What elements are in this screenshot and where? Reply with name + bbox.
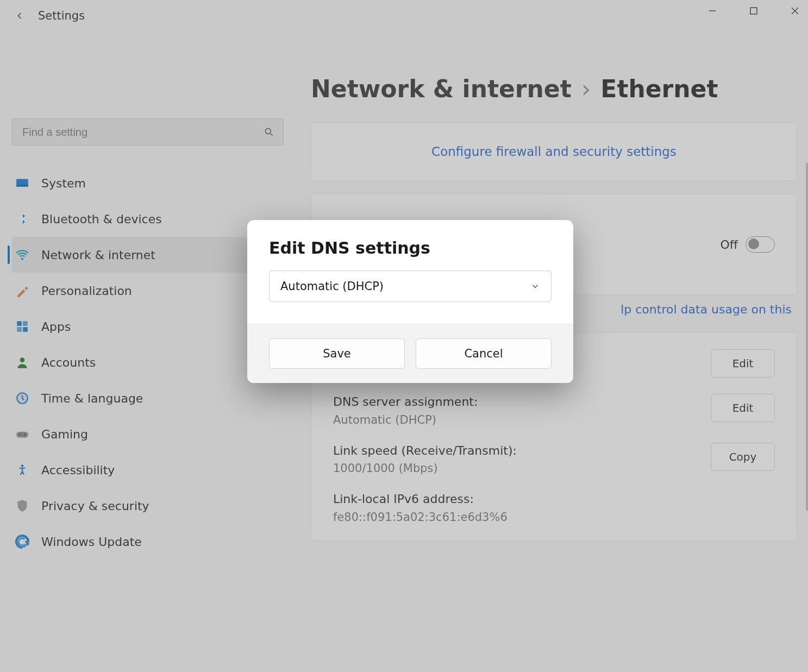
dns-mode-select[interactable]: Automatic (DHCP) (269, 271, 552, 302)
modal-title: Edit DNS settings (269, 238, 552, 258)
select-value: Automatic (DHCP) (280, 280, 384, 293)
edit-dns-modal: Edit DNS settings Automatic (DHCP) Save … (247, 220, 573, 383)
chevron-down-icon (530, 281, 540, 291)
cancel-button[interactable]: Cancel (416, 338, 552, 369)
save-button[interactable]: Save (269, 338, 405, 369)
